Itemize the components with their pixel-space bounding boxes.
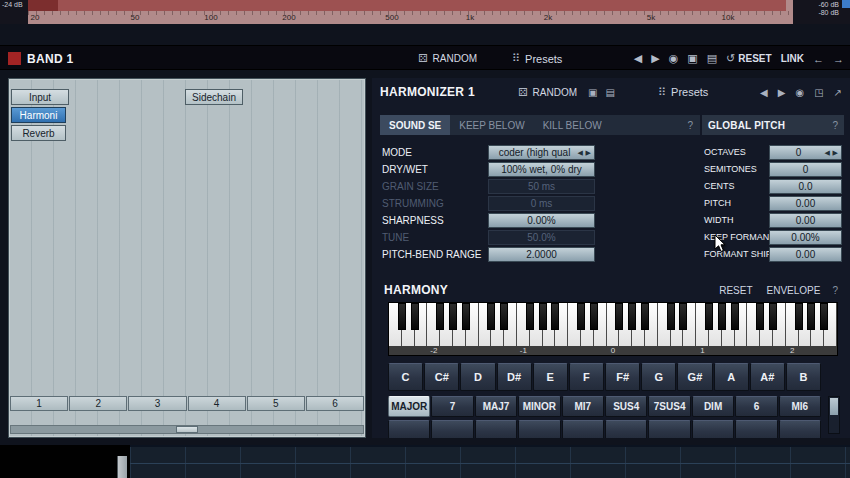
param-field-keep-formants[interactable]: 0.00% (769, 230, 842, 245)
note-button-c[interactable]: C (388, 363, 423, 391)
note-button-d[interactable]: D (460, 363, 495, 391)
chord-button-row2[interactable] (562, 420, 604, 438)
param-field-strumming[interactable]: 0 ms (488, 196, 595, 211)
input-button[interactable]: Input (11, 89, 69, 105)
param-field-pitch-bend-range[interactable]: 2.0000 (488, 247, 595, 262)
chord-button-row2[interactable] (735, 420, 777, 438)
chord-button-maj7[interactable]: MAJ7 (475, 396, 517, 417)
note-button-g[interactable]: G (641, 363, 676, 391)
module-tab-reverb[interactable]: Reverb (11, 125, 66, 141)
piano-key-black[interactable] (769, 303, 777, 330)
sidechain-button[interactable]: Sidechain (185, 89, 243, 105)
copy-icon-button[interactable]: ▣ (588, 87, 597, 98)
undo-arrow-button[interactable]: ← (813, 53, 824, 65)
band-color-swatch[interactable] (8, 52, 21, 65)
chord-button-mi7[interactable]: MI7 (562, 396, 604, 417)
piano-key-black[interactable] (820, 303, 828, 330)
chord-button-minor[interactable]: MINOR (518, 396, 560, 417)
copy-icon-button[interactable]: ▣ (687, 52, 697, 65)
piano-key-black[interactable] (500, 303, 508, 330)
field-prev-icon[interactable]: ◀ (578, 149, 583, 157)
scrollbar-handle[interactable] (176, 426, 198, 433)
chord-button-row2[interactable] (779, 420, 821, 438)
note-button-b[interactable]: B (786, 363, 821, 391)
field-prev-icon[interactable]: ◀ (825, 149, 830, 157)
harmony-reset-button[interactable]: RESET (719, 285, 752, 296)
chord-button-row2[interactable] (605, 420, 647, 438)
link-button[interactable]: LINK (781, 53, 804, 64)
band-presets-button[interactable]: ⠿ Presets (512, 46, 562, 71)
piano-key-black[interactable] (551, 303, 559, 330)
harmonizer-random-button[interactable]: ⚄ RANDOM (518, 78, 577, 106)
param-field-dry-wet[interactable]: 100% wet, 0% dry (488, 162, 595, 177)
next-arrow-button[interactable]: ▶ (651, 52, 659, 65)
note-button-ds[interactable]: D# (497, 363, 532, 391)
harmony-scrollbar-handle[interactable] (830, 398, 838, 415)
module-tab-harmonizer[interactable]: Harmoni (11, 107, 66, 123)
tab-sound-se[interactable]: SOUND SE (380, 115, 450, 135)
param-field-grain-size[interactable]: 50 ms (488, 179, 595, 194)
tab-kill-below[interactable]: KILL BELOW (534, 115, 611, 135)
band-random-button[interactable]: ⚄ RANDOM (418, 46, 477, 71)
paste-icon-button[interactable]: ▤ (605, 87, 614, 98)
note-button-gs[interactable]: G# (677, 363, 712, 391)
daw-handle-bar[interactable] (117, 456, 127, 478)
piano-key-black[interactable] (731, 303, 739, 330)
redo-arrow-button[interactable]: → (833, 53, 844, 65)
param-field-mode[interactable]: coder (high qual◀▶ (488, 145, 595, 160)
chord-button-row2[interactable] (431, 420, 473, 438)
target-icon-button[interactable]: ◉ (669, 52, 679, 65)
slot-button-1[interactable]: 1 (10, 396, 68, 411)
note-button-e[interactable]: E (533, 363, 568, 391)
piano-key-black[interactable] (679, 303, 687, 330)
harmonizer-presets-button[interactable]: ⠿ Presets (658, 78, 708, 106)
chord-button-row2[interactable] (692, 420, 734, 438)
param-field-tune[interactable]: 50.0% (488, 230, 595, 245)
piano-key-black[interactable] (539, 303, 547, 330)
piano-key-black[interactable] (436, 303, 444, 330)
piano-key-black[interactable] (641, 303, 649, 330)
note-button-f[interactable]: F (569, 363, 604, 391)
slot-button-4[interactable]: 4 (188, 396, 246, 411)
param-field-octaves[interactable]: 0◀▶ (769, 145, 842, 160)
target-icon-button[interactable]: ◉ (795, 87, 804, 98)
note-button-fs[interactable]: F# (605, 363, 640, 391)
paste-icon-button[interactable]: ▤ (707, 52, 717, 65)
slot-button-5[interactable]: 5 (247, 396, 305, 411)
slot-button-3[interactable]: 3 (128, 396, 186, 411)
sound-help-button[interactable]: ? (680, 115, 700, 135)
piano-key-black[interactable] (449, 303, 457, 330)
tab-keep-below[interactable]: KEEP BELOW (450, 115, 533, 135)
param-field-cents[interactable]: 0.0 (769, 179, 842, 194)
param-field-formant-shift[interactable]: 0.00 (769, 247, 842, 262)
chord-button-major[interactable]: MAJOR (388, 396, 430, 417)
chord-button-mi6[interactable]: MI6 (779, 396, 821, 417)
harmony-envelope-button[interactable]: ENVELOPE (767, 285, 821, 296)
param-field-sharpness[interactable]: 0.00% (488, 213, 595, 228)
prev-arrow-button[interactable]: ◀ (634, 52, 642, 65)
piano-key-black[interactable] (577, 303, 585, 330)
piano-key-black[interactable] (756, 303, 764, 330)
chord-button-6[interactable]: 6 (735, 396, 777, 417)
reset-button[interactable]: ↺ RESET (726, 52, 772, 65)
chord-button-row2[interactable] (648, 420, 690, 438)
piano-key-black[interactable] (718, 303, 726, 330)
param-field-pitch[interactable]: 0.00 (769, 196, 842, 211)
chord-button-7sus4[interactable]: 7SUS4 (648, 396, 690, 417)
piano-key-black[interactable] (487, 303, 495, 330)
slot-button-2[interactable]: 2 (69, 396, 127, 411)
chord-button-row2[interactable] (388, 420, 430, 438)
detach-window-button[interactable]: ◳ (814, 87, 823, 98)
prev-arrow-button[interactable]: ◀ (760, 87, 768, 98)
field-next-icon[interactable]: ▶ (833, 149, 838, 157)
slot-button-6[interactable]: 6 (306, 396, 364, 411)
param-field-semitones[interactable]: 0 (769, 162, 842, 177)
note-button-cs[interactable]: C# (424, 363, 459, 391)
chord-button-row2[interactable] (518, 420, 560, 438)
chord-button-sus4[interactable]: SUS4 (605, 396, 647, 417)
field-next-icon[interactable]: ▶ (586, 149, 591, 157)
piano-key-black[interactable] (526, 303, 534, 330)
chord-button-dim[interactable]: DIM (692, 396, 734, 417)
next-arrow-button[interactable]: ▶ (778, 87, 786, 98)
piano-key-black[interactable] (705, 303, 713, 330)
